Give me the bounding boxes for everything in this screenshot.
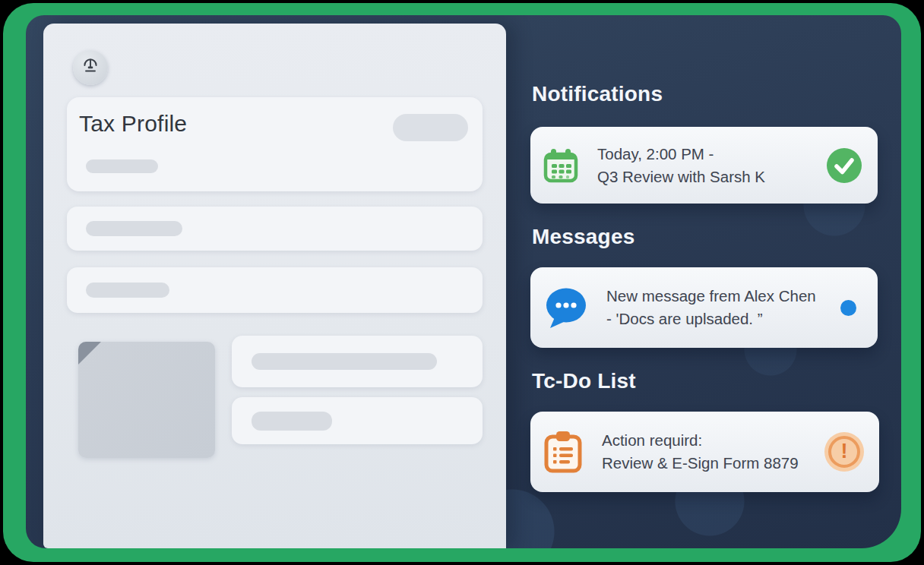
page-fold-corner	[78, 342, 101, 365]
todo-heading: Tc-Do List	[532, 369, 636, 393]
alert-glyph: !	[841, 440, 848, 463]
message-item[interactable]: New message frem Alex Chen - 'Docs are u…	[530, 267, 878, 348]
pill-button-placeholder[interactable]	[393, 114, 468, 141]
notification-line-2: Q3 Review with Sarsh K	[597, 166, 808, 188]
notifications-heading: Notifications	[532, 82, 663, 106]
messages-heading: Messages	[532, 225, 634, 249]
todo-line-1: Action requird:	[602, 429, 806, 452]
todo-line-2: Review & E-Sign Form 8879	[602, 452, 806, 475]
page-title: Tax Profile	[79, 111, 187, 137]
message-line-2: - 'Docs are uplsaded. ”	[606, 308, 822, 330]
todo-item[interactable]: Action requird: Review & E-Sign Form 887…	[530, 412, 879, 492]
text-placeholder-bar	[86, 221, 182, 236]
tax-profile-panel: Tax Profile	[43, 24, 506, 548]
document-thumbnail[interactable]	[78, 342, 215, 458]
message-line-1: New message frem Alex Chen	[606, 285, 822, 308]
clipboard-icon	[543, 430, 584, 474]
skeleton-row	[232, 336, 483, 387]
stamp-icon	[81, 56, 100, 79]
text-placeholder-bar	[86, 282, 169, 298]
text-placeholder-bar	[252, 412, 332, 431]
text-placeholder-bar	[252, 353, 437, 370]
notification-text: Today, 2:00 PM - Q3 Review with Sarsh K	[597, 143, 808, 188]
skeleton-row	[67, 207, 483, 251]
skeleton-row	[232, 397, 483, 444]
profile-badge-button[interactable]	[73, 50, 108, 85]
text-placeholder-bar	[86, 159, 158, 173]
chat-bubble-icon	[543, 286, 588, 330]
tax-profile-card: Tax Profile	[67, 97, 483, 191]
app-window: Tax Profile Notifications	[26, 15, 901, 548]
unread-dot	[840, 300, 862, 316]
notification-item[interactable]: Today, 2:00 PM - Q3 Review with Sarsh K	[530, 127, 878, 204]
message-text: New message frem Alex Chen - 'Docs are u…	[606, 285, 822, 330]
alert-icon: !	[824, 432, 864, 472]
check-icon	[826, 147, 862, 184]
calendar-icon	[543, 147, 579, 184]
todo-text: Action requird: Review & E-Sign Form 887…	[602, 429, 806, 475]
notification-line-1: Today, 2:00 PM -	[597, 143, 808, 166]
skeleton-row	[67, 267, 483, 313]
